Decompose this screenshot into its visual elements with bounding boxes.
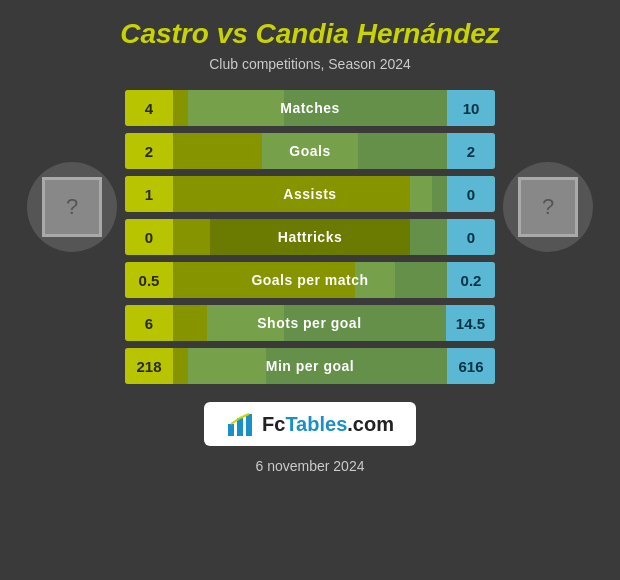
stat-right-value: 14.5: [446, 305, 495, 341]
stat-left-value: 2: [125, 133, 173, 169]
stat-label: Assists: [173, 186, 447, 202]
logo-text: FcTables.com: [262, 413, 394, 436]
stat-row: 218Min per goal616: [125, 348, 495, 384]
stat-left-value: 218: [125, 348, 173, 384]
svg-rect-0: [228, 424, 234, 436]
svg-rect-1: [237, 418, 243, 436]
stat-row: 6Shots per goal14.5: [125, 305, 495, 341]
stat-label: Min per goal: [173, 358, 447, 374]
left-avatar: ?: [27, 162, 117, 252]
stat-label: Hattricks: [173, 229, 447, 245]
stats-section: 4Matches102Goals21Assists00Hattricks00.5…: [125, 90, 495, 384]
logo-icon: [226, 410, 254, 438]
stat-label: Goals: [173, 143, 447, 159]
page-title: Castro vs Candia Hernández: [120, 18, 500, 50]
stat-right-value: 616: [447, 348, 495, 384]
stat-row: 2Goals2: [125, 133, 495, 169]
stat-right-value: 0.2: [447, 262, 495, 298]
main-container: Castro vs Candia Hernández Club competit…: [0, 0, 620, 580]
stat-left-value: 0.5: [125, 262, 173, 298]
comparison-area: ? 4Matches102Goals21Assists00Hattricks00…: [10, 90, 610, 384]
stat-left-value: 1: [125, 176, 173, 212]
stat-right-value: 10: [447, 90, 495, 126]
svg-rect-2: [246, 414, 252, 436]
stat-row: 0.5Goals per match0.2: [125, 262, 495, 298]
stat-label: Shots per goal: [173, 315, 446, 331]
stat-row: 0Hattricks0: [125, 219, 495, 255]
stat-right-value: 2: [447, 133, 495, 169]
stat-label: Matches: [173, 100, 447, 116]
stat-left-value: 4: [125, 90, 173, 126]
right-avatar-placeholder: ?: [518, 177, 578, 237]
page-subtitle: Club competitions, Season 2024: [209, 56, 411, 72]
stat-left-value: 0: [125, 219, 173, 255]
logo-area: FcTables.com: [204, 402, 416, 446]
right-avatar: ?: [503, 162, 593, 252]
stat-row: 1Assists0: [125, 176, 495, 212]
stat-right-value: 0: [447, 176, 495, 212]
stat-right-value: 0: [447, 219, 495, 255]
stat-label: Goals per match: [173, 272, 447, 288]
stat-left-value: 6: [125, 305, 173, 341]
right-avatar-icon: ?: [542, 194, 554, 220]
stat-row: 4Matches10: [125, 90, 495, 126]
logo-text-blue: Tables: [285, 413, 347, 435]
left-avatar-icon: ?: [66, 194, 78, 220]
date-text: 6 november 2024: [256, 458, 365, 474]
left-avatar-placeholder: ?: [42, 177, 102, 237]
